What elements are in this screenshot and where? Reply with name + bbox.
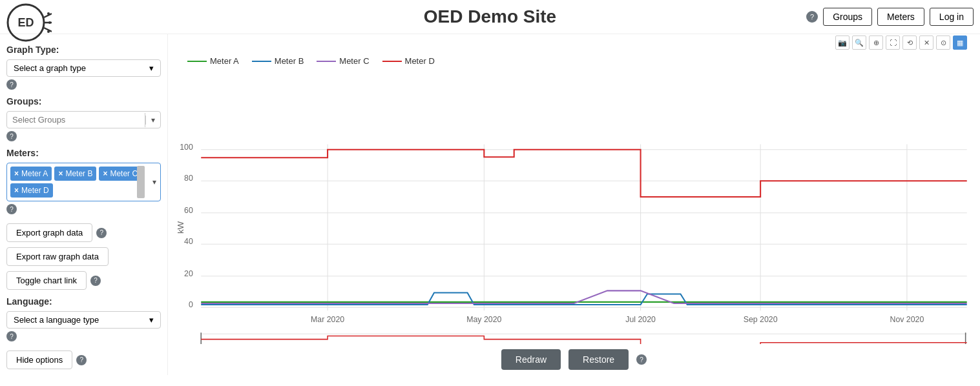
- y-label-40: 40: [184, 237, 193, 246]
- graph-type-chevron: ▾: [149, 63, 154, 73]
- meters-label: Meters:: [6, 148, 161, 158]
- login-button[interactable]: Log in: [930, 8, 974, 26]
- meter-d-label: Meter D: [21, 186, 49, 195]
- x-label-mar: Mar 2020: [311, 315, 344, 324]
- meters-dropdown-arrow[interactable]: ▾: [152, 178, 156, 187]
- remove-meter-d[interactable]: ×: [14, 186, 19, 195]
- meters-box: × Meter A × Meter B × Meter C × Meter D: [6, 163, 161, 201]
- help-icon[interactable]: ?: [806, 11, 818, 23]
- legend-line-a: [187, 61, 207, 62]
- svg-text:ED: ED: [17, 16, 34, 29]
- y-axis-label: kW: [176, 221, 185, 234]
- language-label: Language:: [6, 296, 161, 307]
- meter-tag-b: × Meter B: [54, 167, 96, 181]
- graph-type-help[interactable]: ?: [6, 79, 17, 90]
- legend-item-a: Meter A: [187, 56, 239, 66]
- meter-tag-a: × Meter A: [10, 167, 52, 181]
- chart-container[interactable]: 0 20 40 60 80 100 kW: [174, 71, 974, 344]
- legend-label-c: Meter C: [339, 56, 369, 66]
- graph-type-label: Graph Type:: [6, 45, 161, 55]
- sidebar: Graph Type: Select a graph type ▾ ? Grou…: [0, 34, 168, 375]
- meter-a-label: Meter A: [21, 169, 48, 178]
- header-nav: ? Groups Meters Log in: [806, 8, 974, 26]
- toggle-chart-row: Toggle chart link ?: [6, 271, 161, 290]
- groups-dropdown-arrow[interactable]: ▾: [146, 113, 160, 127]
- hide-options-help[interactable]: ?: [76, 355, 87, 365]
- toggle-chart-help[interactable]: ?: [90, 276, 101, 286]
- y-label-100: 100: [180, 143, 193, 152]
- remove-meter-b[interactable]: ×: [58, 169, 63, 178]
- legend-item-d: Meter D: [382, 56, 435, 66]
- redraw-button[interactable]: Redraw: [501, 349, 561, 370]
- meters-help[interactable]: ?: [6, 204, 17, 214]
- toggle-chart-button[interactable]: Toggle chart link: [6, 271, 87, 290]
- meter-tag-d: × Meter D: [10, 183, 53, 198]
- svg-point-5: [47, 12, 50, 15]
- language-help[interactable]: ?: [6, 331, 17, 341]
- remove-meter-a[interactable]: ×: [14, 169, 19, 178]
- meters-container: × Meter A × Meter B × Meter C × Meter D: [6, 163, 161, 201]
- graph-type-placeholder: Select a graph type: [14, 63, 86, 73]
- chart-reset-btn[interactable]: ⟲: [902, 36, 917, 50]
- chart-bar-btn[interactable]: ▦: [953, 36, 967, 50]
- groups-nav-button[interactable]: Groups: [823, 8, 872, 26]
- remove-meter-c[interactable]: ×: [103, 169, 107, 178]
- legend-item-c: Meter C: [317, 56, 369, 66]
- restore-button[interactable]: Restore: [568, 349, 629, 370]
- main-layout: Graph Type: Select a graph type ▾ ? Grou…: [0, 34, 980, 375]
- meters-scrollbar[interactable]: [137, 166, 145, 198]
- chart-autoscale-btn[interactable]: ⛶: [886, 36, 900, 50]
- chart-zoom-in-btn[interactable]: 🔍: [852, 36, 866, 50]
- x-label-nov: Nov 2020: [890, 315, 924, 324]
- x-label-jul: Jul 2020: [625, 315, 656, 324]
- export-graph-row: Export graph data ?: [6, 223, 161, 242]
- legend-line-b: [252, 61, 271, 62]
- legend-label-b: Meter B: [275, 56, 304, 66]
- legend-line-c: [317, 61, 336, 62]
- graph-type-dropdown[interactable]: Select a graph type ▾: [6, 59, 161, 77]
- export-graph-button[interactable]: Export graph data: [6, 223, 92, 242]
- groups-select: ▾: [6, 111, 161, 128]
- y-label-60: 60: [184, 206, 193, 215]
- groups-help[interactable]: ?: [6, 131, 17, 141]
- logo: ED: [6, 3, 52, 42]
- meter-d-lower: [201, 336, 966, 344]
- chart-camera-btn[interactable]: 📷: [835, 36, 850, 50]
- svg-point-7: [47, 30, 50, 33]
- groups-input[interactable]: [7, 112, 145, 128]
- export-raw-button[interactable]: Export raw graph data: [6, 247, 109, 266]
- meter-d-line: [201, 150, 966, 197]
- meter-b-label: Meter B: [65, 169, 92, 178]
- language-dropdown[interactable]: Select a language type ▾: [6, 311, 161, 329]
- export-raw-row: Export raw graph data: [6, 247, 161, 266]
- svg-point-6: [48, 21, 51, 24]
- x-label-may: May 2020: [466, 315, 501, 324]
- y-label-0: 0: [189, 300, 193, 309]
- groups-label: Groups:: [6, 96, 161, 107]
- chart-bottom: Redraw Restore ?: [174, 344, 974, 375]
- chart-legend: Meter A Meter B Meter C Meter D: [174, 51, 974, 71]
- chart-hover-closest-btn[interactable]: ⊙: [936, 36, 950, 50]
- meter-c-label: Meter C: [110, 169, 138, 178]
- hide-options-row: Hide options ?: [6, 350, 161, 369]
- y-label-20: 20: [184, 269, 193, 278]
- chart-svg: 0 20 40 60 80 100 kW: [174, 71, 974, 344]
- groups-controls: ▾: [145, 113, 160, 127]
- export-graph-help[interactable]: ?: [96, 228, 107, 238]
- chart-area: 📷 🔍 ⊕ ⛶ ⟲ ✕ ⊙ ▦ Meter A Meter B Meter C: [168, 34, 980, 375]
- legend-item-b: Meter B: [252, 56, 304, 66]
- chart-zoom-out-btn[interactable]: ⊕: [869, 36, 883, 50]
- language-chevron: ▾: [149, 315, 154, 325]
- chart-toggle-spike-btn[interactable]: ✕: [919, 36, 933, 50]
- legend-label-d: Meter D: [405, 56, 435, 66]
- language-placeholder: Select a language type: [14, 315, 99, 325]
- x-label-sep: Sep 2020: [744, 315, 778, 324]
- meters-nav-button[interactable]: Meters: [877, 8, 924, 26]
- chart-bottom-help[interactable]: ?: [636, 354, 647, 365]
- page-title: OED Demo Site: [424, 6, 556, 27]
- y-label-80: 80: [184, 174, 193, 183]
- legend-line-d: [382, 61, 402, 62]
- header: ED OED Demo Site ? Groups Meters Log in: [0, 0, 980, 34]
- legend-label-a: Meter A: [210, 56, 239, 66]
- hide-options-button[interactable]: Hide options: [6, 350, 72, 369]
